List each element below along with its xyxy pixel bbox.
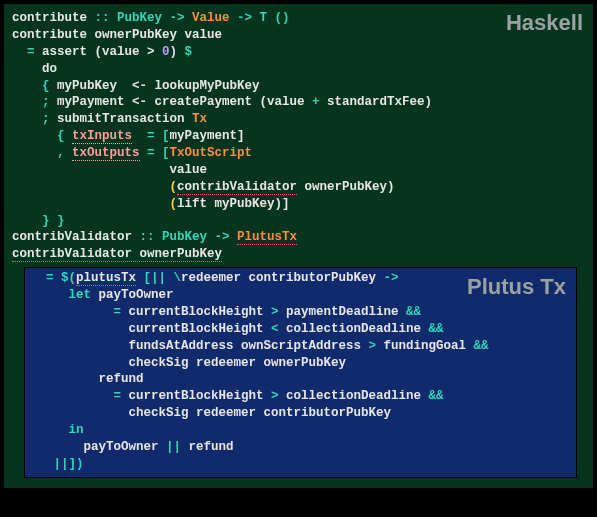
code-slide: Haskell contribute :: PubKey -> Value ->… (0, 0, 597, 517)
code-line: do (12, 61, 585, 78)
code-line: checkSig redeemer ownerPubKey (31, 355, 570, 372)
code-line: contribValidator :: PubKey -> PlutusTx (12, 229, 585, 246)
code-line: (contribValidator ownerPubKey) (12, 179, 585, 196)
code-line: } } (12, 213, 585, 230)
code-line: = assert (value > 0) $ (12, 44, 585, 61)
code-line: { myPubKey <- lookupMyPubKey (12, 78, 585, 95)
code-line: , txOutputs = [TxOutScript (12, 145, 585, 162)
code-line: ||]) (31, 456, 570, 473)
code-line: value (12, 162, 585, 179)
code-line: { txInputs = [myPayment] (12, 128, 585, 145)
code-line: contribValidator ownerPubKey (12, 246, 585, 263)
code-line: contribute :: PubKey -> Value -> T () (12, 10, 585, 27)
code-line: checkSig redeemer contributorPubKey (31, 405, 570, 422)
code-line: = currentBlockHeight > paymentDeadline &… (31, 304, 570, 321)
code-line: currentBlockHeight < collectionDeadline … (31, 321, 570, 338)
code-line: (lift myPubKey)] (12, 196, 585, 213)
code-line: ; submitTransaction Tx (12, 111, 585, 128)
plutus-code-block: Plutus Tx = $(plutusTx [|| \redeemer con… (24, 267, 577, 478)
code-line: = currentBlockHeight > collectionDeadlin… (31, 388, 570, 405)
haskell-code-block: Haskell contribute :: PubKey -> Value ->… (3, 3, 594, 489)
code-line: ; myPayment <- createPayment (value + st… (12, 94, 585, 111)
code-line: refund (31, 371, 570, 388)
code-line: in (31, 422, 570, 439)
code-line: fundsAtAddress ownScriptAddress > fundin… (31, 338, 570, 355)
plutus-label: Plutus Tx (467, 272, 566, 302)
haskell-label: Haskell (506, 8, 583, 38)
code-line: contribute ownerPubKey value (12, 27, 585, 44)
code-line: payToOwner || refund (31, 439, 570, 456)
